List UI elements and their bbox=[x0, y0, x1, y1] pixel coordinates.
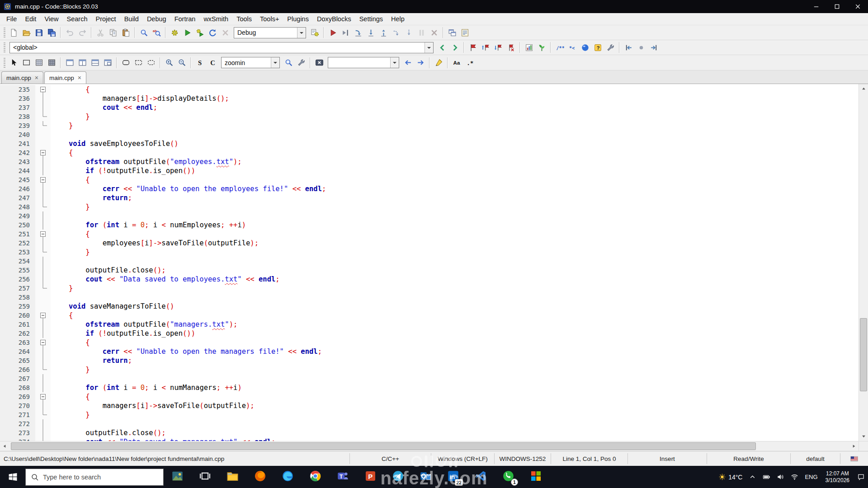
horizontal-scroll-thumb[interactable] bbox=[11, 442, 756, 450]
code-line-274[interactable]: 274 cout << "Data saved to managers.txt"… bbox=[0, 437, 859, 441]
weather-widget[interactable]: 14°C bbox=[715, 466, 745, 488]
close-button[interactable] bbox=[847, 0, 868, 13]
chevron-down-icon[interactable] bbox=[297, 28, 306, 38]
code-line-241[interactable]: 241void saveEmployeesToFile() bbox=[0, 139, 859, 148]
jump-forward-button[interactable] bbox=[647, 41, 660, 54]
pattern-dark-button[interactable] bbox=[45, 56, 58, 69]
keyboard-language[interactable]: ENG bbox=[802, 466, 821, 488]
code-line-256[interactable]: 256 cout << "Data saved to employees.txt… bbox=[0, 275, 859, 284]
taskbar-search-input[interactable]: Type here to search bbox=[25, 469, 164, 486]
code-line-249[interactable]: 249 bbox=[0, 211, 859, 221]
code-line-245[interactable]: 245 { bbox=[0, 175, 859, 184]
symbols-scope-combo[interactable]: <global> bbox=[9, 42, 434, 53]
code-line-254[interactable]: 254 bbox=[0, 257, 859, 266]
search-text-combo[interactable] bbox=[328, 57, 399, 68]
doxyblocks-line-comment-button[interactable]: *< bbox=[566, 41, 579, 54]
menu-project[interactable]: Project bbox=[92, 14, 120, 24]
code-line-248[interactable]: 248 } bbox=[0, 202, 859, 211]
office-app[interactable] bbox=[522, 466, 550, 488]
linkedin[interactable]: in22 bbox=[439, 466, 467, 488]
find-button[interactable] bbox=[137, 26, 150, 39]
build-and-run-button[interactable] bbox=[193, 26, 206, 39]
scroll-left-button[interactable] bbox=[0, 441, 9, 451]
scroll-down-button[interactable] bbox=[859, 432, 868, 441]
vs-code[interactable] bbox=[467, 466, 495, 488]
editor-tab-2[interactable]: main.cpp× bbox=[44, 71, 86, 84]
code-line-253[interactable]: 253 } bbox=[0, 248, 859, 257]
whatsapp[interactable]: 1 bbox=[495, 466, 522, 488]
code-line-261[interactable]: 261 ofstream outputFile("managers.txt"); bbox=[0, 320, 859, 329]
window-layout-3-button[interactable] bbox=[89, 56, 101, 69]
fold-toggle-icon[interactable] bbox=[35, 338, 51, 347]
telegram[interactable] bbox=[384, 466, 412, 488]
menu-file[interactable]: File bbox=[2, 14, 21, 24]
build-options-button[interactable] bbox=[308, 26, 321, 39]
doxyblocks-run-doxygen-button[interactable] bbox=[579, 41, 591, 54]
vertical-scroll-track[interactable] bbox=[859, 94, 868, 432]
code-line-237[interactable]: 237 cout << endl; bbox=[0, 103, 859, 112]
fold-toggle-icon[interactable] bbox=[35, 311, 51, 320]
powerpoint[interactable]: P bbox=[357, 466, 384, 488]
code-line-269[interactable]: 269 { bbox=[0, 392, 859, 401]
menu-plugins[interactable]: Plugins bbox=[283, 14, 313, 24]
search-options-button[interactable] bbox=[295, 56, 307, 69]
window-layout-1-button[interactable] bbox=[63, 56, 76, 69]
window-layout-4-button[interactable] bbox=[101, 56, 114, 69]
copy-button[interactable] bbox=[107, 26, 119, 39]
fold-toggle-icon[interactable] bbox=[35, 175, 51, 184]
code-line-242[interactable]: 242{ bbox=[0, 148, 859, 157]
zoom-mode-combo[interactable]: zoomin bbox=[221, 57, 280, 68]
code-line-252[interactable]: 252 employees[i]->saveToFile(outputFile)… bbox=[0, 239, 859, 248]
fold-toggle-icon[interactable] bbox=[35, 85, 51, 94]
start-button[interactable] bbox=[0, 466, 25, 488]
vertical-scroll-thumb[interactable] bbox=[860, 318, 867, 391]
code-line-258[interactable]: 258 bbox=[0, 293, 859, 302]
clock[interactable]: 12:07 AM 3/10/2026 bbox=[821, 470, 854, 484]
file-explorer[interactable] bbox=[219, 466, 246, 488]
toggle-bookmark-button[interactable] bbox=[467, 41, 479, 54]
code-line-272[interactable]: 272 bbox=[0, 419, 859, 428]
editor-tab-1[interactable]: main.cpp× bbox=[1, 71, 43, 84]
code-line-265[interactable]: 265 return; bbox=[0, 356, 859, 365]
clear-search-button[interactable] bbox=[313, 56, 326, 69]
code-line-238[interactable]: 238 } bbox=[0, 112, 859, 121]
zoom-out-button[interactable] bbox=[175, 56, 188, 69]
code-editor[interactable]: 235 {236 managers[i]->displayDetails();2… bbox=[0, 84, 868, 441]
battery-status[interactable] bbox=[760, 466, 774, 488]
dashed-rect-tool-button[interactable] bbox=[132, 56, 145, 69]
rectangle-tool-button[interactable] bbox=[20, 56, 33, 69]
code-statistics-button[interactable] bbox=[523, 41, 535, 54]
menu-tools-plus[interactable]: Tools+ bbox=[256, 14, 283, 24]
jump-record-button[interactable] bbox=[635, 41, 647, 54]
spellcheck-language[interactable] bbox=[840, 453, 868, 464]
rounded-rect-tool-button[interactable] bbox=[119, 56, 132, 69]
debug-information-button[interactable] bbox=[458, 26, 471, 39]
tab-close-icon[interactable]: × bbox=[35, 75, 38, 80]
teams[interactable]: T bbox=[329, 466, 357, 488]
menu-wxsmith[interactable]: wxSmith bbox=[199, 14, 232, 24]
chevron-down-icon[interactable] bbox=[390, 57, 399, 68]
code-line-259[interactable]: 259void saveManagersToFile() bbox=[0, 302, 859, 311]
code-line-239[interactable]: 239} bbox=[0, 121, 859, 130]
code-line-273[interactable]: 273 outputFile.close(); bbox=[0, 428, 859, 437]
next-bookmark-button[interactable] bbox=[492, 41, 505, 54]
code-line-257[interactable]: 257} bbox=[0, 284, 859, 293]
new-file-button[interactable] bbox=[7, 26, 20, 39]
firefox[interactable] bbox=[246, 466, 274, 488]
code-line-247[interactable]: 247 return; bbox=[0, 193, 859, 202]
maximize-button[interactable] bbox=[826, 0, 847, 13]
color-tool-button[interactable]: C bbox=[206, 56, 219, 69]
code-line-244[interactable]: 244 if (!outputFile.is_open()) bbox=[0, 166, 859, 175]
code-line-250[interactable]: 250 for (int i = 0; i < numEmployees; ++… bbox=[0, 221, 859, 230]
volume-control[interactable] bbox=[774, 466, 788, 488]
code-line-243[interactable]: 243 ofstream outputFile("employees.txt")… bbox=[0, 157, 859, 166]
next-line-button[interactable] bbox=[352, 26, 364, 39]
code-line-251[interactable]: 251 { bbox=[0, 230, 859, 239]
debugging-windows-button[interactable] bbox=[446, 26, 458, 39]
horizontal-scrollbar[interactable] bbox=[0, 441, 868, 451]
style-tool-button[interactable]: S bbox=[193, 56, 206, 69]
browse-forward-button[interactable] bbox=[448, 41, 461, 54]
code-line-271[interactable]: 271 } bbox=[0, 410, 859, 419]
menu-fortran[interactable]: Fortran bbox=[170, 14, 200, 24]
step-out-button[interactable] bbox=[377, 26, 390, 39]
